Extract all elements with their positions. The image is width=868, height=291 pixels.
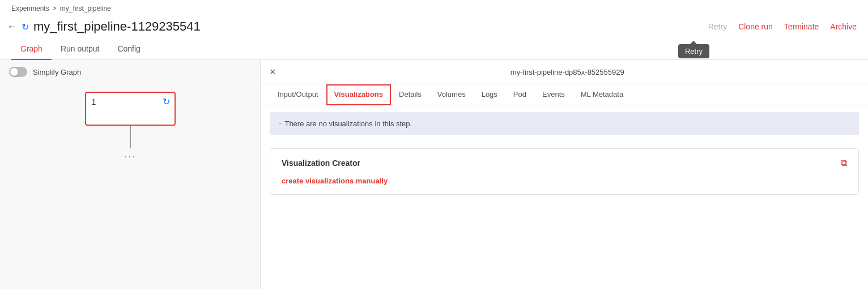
- node-connector: [130, 126, 131, 148]
- external-link-icon[interactable]: ⧉: [841, 158, 847, 168]
- info-dot-icon: ·: [279, 119, 281, 128]
- sub-tab-logs[interactable]: Logs: [474, 84, 505, 105]
- info-message: There are no visualizations in this step…: [284, 119, 412, 128]
- panel-title: my-first-pipeline-dp85x-852555929: [276, 68, 859, 76]
- toggle-knob: [10, 68, 18, 76]
- tab-run-output[interactable]: Run output: [52, 38, 109, 60]
- sub-tab-volumes[interactable]: Volumes: [429, 84, 474, 105]
- sub-tab-events[interactable]: Events: [534, 84, 573, 105]
- terminate-button[interactable]: Terminate: [784, 22, 819, 31]
- close-button[interactable]: ×: [270, 67, 276, 77]
- sub-tab-visualizations[interactable]: Visualizations: [326, 84, 391, 105]
- vis-creator-card: Visualization Creator ⧉ create visualiza…: [270, 148, 859, 195]
- graph-node[interactable]: 1 ↻: [85, 92, 176, 126]
- node-dots: ···: [124, 151, 136, 162]
- info-banner: · There are no visualizations in this st…: [270, 112, 859, 135]
- create-visualizations-link[interactable]: create visualizations manually: [282, 177, 388, 185]
- page-title: my_first_pipeline-1129235541: [33, 19, 201, 34]
- graph-area: 1 ↻ ···: [9, 86, 251, 162]
- breadcrumb-separator: >: [53, 5, 57, 12]
- simplify-toggle[interactable]: [9, 67, 27, 77]
- retry-tooltip: Retry: [678, 44, 709, 58]
- sub-tab-pod[interactable]: Pod: [505, 84, 534, 105]
- tab-config[interactable]: Config: [108, 38, 149, 60]
- breadcrumb-pipeline[interactable]: my_first_pipeline: [60, 5, 111, 12]
- sub-tab-details[interactable]: Details: [391, 84, 429, 105]
- left-panel: Simplify Graph 1 ↻ ···: [0, 60, 261, 289]
- vis-creator-header: Visualization Creator ⧉: [282, 158, 847, 168]
- node-number: 1: [92, 97, 96, 106]
- archive-button[interactable]: Archive: [830, 22, 857, 31]
- node-refresh-icon[interactable]: ↻: [163, 96, 170, 107]
- header-left: ← ↻ my_first_pipeline-1129235541: [7, 19, 201, 34]
- back-button[interactable]: ←: [7, 22, 17, 32]
- sub-tabs: Input/Output Visualizations Details Volu…: [261, 84, 868, 105]
- main-tabs: Graph Run output Config: [0, 38, 868, 60]
- header-actions: Retry Clone run Terminate Archive: [708, 22, 857, 31]
- retry-button[interactable]: Retry: [708, 22, 727, 31]
- refresh-icon[interactable]: ↻: [22, 22, 29, 32]
- right-panel: × my-first-pipeline-dp85x-852555929 Inpu…: [261, 60, 868, 289]
- clone-run-button[interactable]: Clone run: [738, 22, 773, 31]
- breadcrumb-experiments[interactable]: Experiments: [11, 5, 49, 12]
- tab-graph[interactable]: Graph: [11, 38, 52, 60]
- simplify-row: Simplify Graph: [9, 67, 251, 77]
- panel-header: × my-first-pipeline-dp85x-852555929: [261, 60, 868, 84]
- content-area: Simplify Graph 1 ↻ ··· × my-first-pipeli…: [0, 60, 868, 289]
- header-row: ← ↻ my_first_pipeline-1129235541 Retry C…: [0, 17, 868, 38]
- simplify-label: Simplify Graph: [33, 68, 81, 76]
- vis-creator-title: Visualization Creator: [282, 159, 360, 168]
- sub-tab-input-output[interactable]: Input/Output: [270, 84, 326, 105]
- sub-tab-ml-metadata[interactable]: ML Metadata: [573, 84, 631, 105]
- breadcrumb: Experiments > my_first_pipeline: [0, 0, 868, 17]
